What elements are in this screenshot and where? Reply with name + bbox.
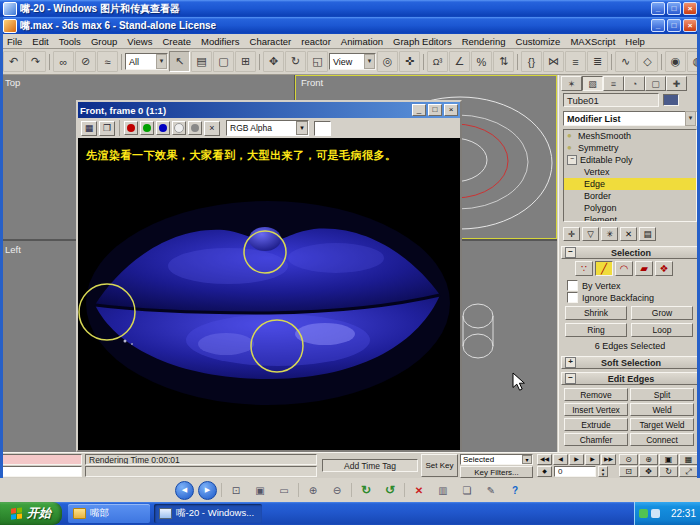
go-to-start-button[interactable]: ◀◀	[537, 454, 552, 465]
viewer-minimize-button[interactable]: _	[651, 2, 665, 15]
tab-modify[interactable]: ▧	[582, 76, 603, 91]
tab-motion[interactable]: ◔	[624, 76, 645, 91]
unlink-button[interactable]: ⊘	[75, 51, 96, 72]
clone-window-button[interactable]: ❐	[99, 121, 115, 136]
undo-button[interactable]: ↶	[3, 51, 24, 72]
red-channel-button[interactable]	[124, 121, 138, 135]
curve-editor-button[interactable]: ∿	[615, 51, 636, 72]
delete-image-button[interactable]: ✕	[409, 481, 429, 499]
selection-filter-dropdown[interactable]: All ▾	[125, 53, 168, 70]
zoom-extents-button[interactable]: ▣	[659, 454, 678, 465]
frame-spinner[interactable]: ▴▾	[598, 466, 608, 477]
next-frame-button[interactable]: ▶	[585, 454, 600, 465]
loop-button[interactable]: Loop	[631, 323, 693, 337]
named-sets-button[interactable]: {}	[521, 51, 542, 72]
max-titlebar[interactable]: 嘴.max - 3ds max 6 - Stand-alone License …	[0, 17, 700, 34]
render-maximize-button[interactable]: □	[428, 104, 442, 116]
taskbar-item-viewer[interactable]: 嘴-20 - Windows...	[154, 504, 262, 523]
window-crossing-button[interactable]: ⊞	[235, 51, 256, 72]
zoom-out-button[interactable]: ⊖	[327, 481, 347, 499]
menu-item[interactable]: reactor	[296, 35, 336, 48]
monochrome-button[interactable]	[188, 121, 202, 135]
print-button[interactable]: ▥	[433, 481, 453, 499]
region-select-button[interactable]: ▢	[213, 51, 234, 72]
percent-snap-button[interactable]: %	[471, 51, 492, 72]
soft-selection-rollout-header[interactable]: + Soft Selection	[561, 356, 699, 369]
menu-item[interactable]: Customize	[511, 35, 566, 48]
save-bitmap-button[interactable]: ▦	[81, 121, 97, 136]
viewer-maximize-button[interactable]: □	[667, 2, 681, 15]
tray-icon-1[interactable]	[639, 509, 648, 518]
frame-number-field[interactable]: 0	[554, 466, 596, 477]
shrink-button[interactable]: Shrink	[565, 306, 627, 320]
select-object-button[interactable]: ↖	[169, 51, 190, 72]
ignore-backfacing-checkbox[interactable]: Ignore Backfacing	[567, 292, 654, 303]
background-color-swatch[interactable]	[314, 121, 331, 136]
bulb-icon[interactable]: ●	[567, 144, 575, 152]
redo-button[interactable]: ↷	[25, 51, 46, 72]
manipulate-button[interactable]: ✜	[399, 51, 420, 72]
key-filters-button[interactable]: Key Filters...	[460, 466, 533, 478]
schematic-view-button[interactable]: ◇	[637, 51, 658, 72]
menu-item[interactable]: MAXScript	[565, 35, 620, 48]
rotate-clockwise-button[interactable]: ↻	[356, 481, 376, 499]
edit-image-button[interactable]: ✎	[481, 481, 501, 499]
edit-edges-button[interactable]: Chamfer	[564, 433, 628, 446]
tab-hierarchy[interactable]: ≡	[603, 76, 624, 91]
select-link-button[interactable]: ∞	[53, 51, 74, 72]
stack-item-meshsmooth[interactable]: ●MeshSmooth	[564, 130, 696, 142]
scale-button[interactable]: ◱	[307, 51, 328, 72]
stack-item-polygon[interactable]: Polygon	[564, 202, 696, 214]
viewport-label-top[interactable]: Top	[5, 77, 20, 88]
min-max-toggle-button[interactable]: ⤢	[679, 466, 698, 477]
edit-edges-button[interactable]: Connect	[630, 433, 694, 446]
arc-rotate-button[interactable]: ↻	[659, 466, 678, 477]
previous-frame-button[interactable]: ◀	[553, 454, 568, 465]
edit-edges-button[interactable]: Insert Vertex	[564, 403, 628, 416]
selection-set-dropdown[interactable]: Selected ▾	[460, 454, 533, 465]
menu-item[interactable]: Character	[245, 35, 297, 48]
object-name-field[interactable]: Tube01	[563, 93, 659, 107]
spinner-down-icon[interactable]: ▾	[599, 472, 607, 477]
stack-item-border[interactable]: Border	[564, 190, 696, 202]
previous-image-button[interactable]: ◀	[175, 481, 194, 500]
menu-item[interactable]: Modifiers	[196, 35, 245, 48]
clear-button[interactable]: ×	[204, 121, 220, 136]
stack-item-element[interactable]: Element	[564, 214, 696, 222]
ring-button[interactable]: Ring	[565, 323, 627, 337]
edit-edges-button[interactable]: Split	[630, 388, 694, 401]
select-by-name-button[interactable]: ▤	[191, 51, 212, 72]
stack-item-editable-poly[interactable]: −Editable Poly	[564, 154, 696, 166]
menu-item[interactable]: Tools	[54, 35, 86, 48]
blue-channel-button[interactable]	[156, 121, 170, 135]
rotate-button[interactable]: ↻	[285, 51, 306, 72]
move-button[interactable]: ✥	[263, 51, 284, 72]
edit-edges-button[interactable]: Target Weld	[630, 418, 694, 431]
polygon-mode-button[interactable]: ▰	[635, 261, 653, 276]
by-vertex-checkbox[interactable]: By Vertex	[567, 280, 621, 291]
viewer-titlebar[interactable]: 嘴-20 - Windows 图片和传真查看器 _ □ ×	[0, 0, 700, 17]
start-button[interactable]: 开始	[0, 502, 62, 525]
alpha-channel-button[interactable]	[172, 121, 186, 135]
vertex-mode-button[interactable]: ∵	[575, 261, 593, 276]
max-minimize-button[interactable]: _	[651, 19, 665, 32]
render-close-button[interactable]: ×	[444, 104, 458, 116]
zoom-extents-all-button[interactable]: ▦	[679, 454, 698, 465]
stack-item-symmetry[interactable]: ●Symmetry	[564, 142, 696, 154]
render-window-titlebar[interactable]: Front, frame 0 (1:1) _ □ ×	[78, 102, 460, 118]
coord-system-dropdown[interactable]: View ▾	[329, 53, 376, 70]
channel-display-dropdown[interactable]: RGB Alpha ▾	[226, 120, 309, 136]
border-mode-button[interactable]: ◠	[615, 261, 633, 276]
tab-create[interactable]: ✶	[561, 76, 582, 91]
use-center-button[interactable]: ◎	[377, 51, 398, 72]
object-color-swatch[interactable]	[663, 94, 679, 106]
taskbar-item-folder[interactable]: 嘴部	[68, 504, 150, 523]
set-key-button[interactable]: Set Key	[421, 454, 458, 477]
menu-item[interactable]: Help	[620, 35, 650, 48]
tab-utilities[interactable]: ✚	[666, 76, 687, 91]
snap-toggle-button[interactable]: Ω³	[427, 51, 448, 72]
tray-icon-2[interactable]	[651, 509, 660, 518]
edit-edges-button[interactable]: Extrude	[564, 418, 628, 431]
configure-stack-button[interactable]: ▤	[639, 227, 656, 241]
tree-expand-icon[interactable]: −	[567, 155, 577, 165]
